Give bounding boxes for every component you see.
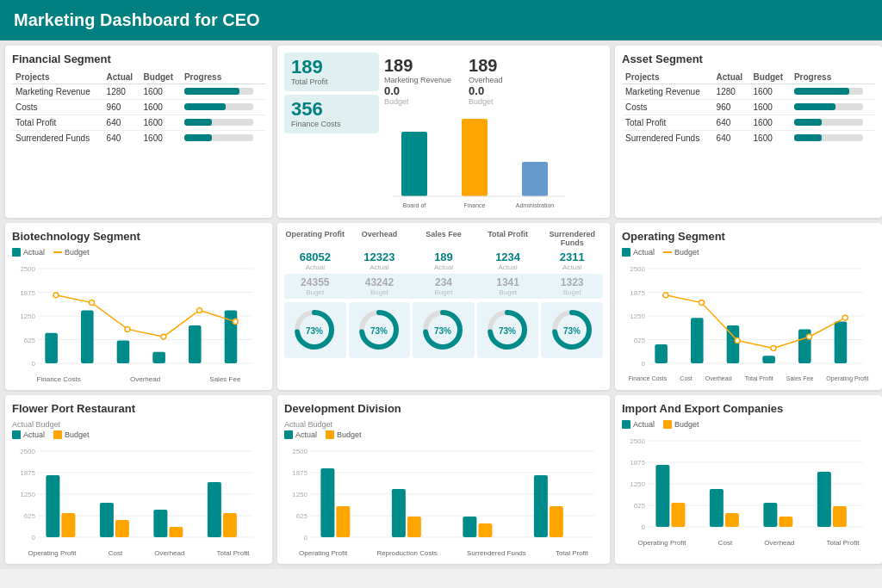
svg-rect-79 (100, 503, 114, 537)
svg-rect-59 (762, 356, 775, 363)
svg-point-67 (842, 315, 848, 320)
kpi-center-card: Operating Profit Overhead Sales Fee Tota… (277, 223, 610, 390)
svg-text:73%: 73% (563, 326, 581, 336)
revenue-budget-label: Budget (384, 97, 451, 106)
progress-bar-bg (794, 103, 863, 110)
budget-value: 1600 (140, 115, 181, 131)
overhead-stat: 189 Overhead 0.0 Budget (469, 56, 503, 106)
kpi-budget-0: 24355 Buget (284, 276, 346, 296)
svg-rect-19 (45, 333, 58, 363)
svg-text:Administration: Administration (516, 202, 554, 208)
financial-segment-title: Financial Segment (12, 53, 265, 65)
asset-col-projects: Projects (622, 71, 713, 84)
svg-text:625: 625 (634, 502, 646, 510)
svg-point-65 (771, 345, 776, 350)
svg-rect-82 (61, 513, 75, 537)
actual-value: 640 (713, 131, 750, 146)
svg-point-25 (53, 293, 59, 298)
svg-rect-81 (208, 482, 221, 537)
import-export-title: Import And Export Companies (622, 402, 875, 415)
bio-legend-budget: Budget (53, 248, 90, 257)
fp-budget-dot (53, 430, 62, 439)
table-row: Marketing Revenue 1280 1600 (622, 84, 875, 100)
progress-cell (181, 115, 265, 131)
import-export-chart-svg: 0625125018752500 (622, 432, 872, 535)
svg-text:0: 0 (32, 534, 36, 542)
svg-rect-98 (463, 517, 476, 537)
table-row: Total Profit 640 1600 (12, 115, 265, 131)
svg-text:1875: 1875 (630, 289, 645, 297)
fp-actual-dot (12, 430, 21, 439)
op-actual-dot (622, 248, 630, 257)
svg-text:2500: 2500 (630, 265, 645, 273)
donut-1: 73% (349, 302, 411, 358)
dev-x-labels: Operating Profit Reproduction Costs Surr… (284, 549, 603, 557)
svg-text:0: 0 (642, 360, 646, 368)
financial-segment-table: Projects Actual Budget Progress Marketin… (12, 71, 265, 145)
svg-rect-23 (189, 325, 202, 363)
budget-value: 1600 (750, 84, 791, 100)
kpi-budget-row: 24355 Buget 43242 Buget 234 Buget 1341 B… (284, 274, 603, 299)
budget-value: 1600 (750, 100, 791, 115)
svg-rect-56 (655, 344, 668, 363)
flower-port-title: Flower Port Restaurant (12, 402, 265, 415)
svg-point-64 (735, 338, 740, 344)
progress-bar-fill (184, 119, 212, 126)
dev-subtitle: Actual Budget (284, 420, 603, 429)
svg-rect-84 (169, 527, 183, 537)
donut-3: 73% (477, 302, 539, 358)
donut-svg-4: 73% (549, 306, 596, 354)
col-budget: Budget (140, 71, 181, 84)
op-x-labels: Finance Costs Cost Overhead Total Profit… (622, 375, 875, 381)
donut-2: 73% (413, 302, 475, 358)
col-actual: Actual (103, 71, 140, 84)
biotechnology-title: Biotechnology Segment (12, 230, 265, 243)
flower-port-subtitle: Actual Budget (12, 420, 265, 429)
dev-legend-actual: Actual (284, 430, 317, 439)
svg-rect-57 (691, 318, 704, 363)
svg-rect-96 (320, 468, 334, 537)
svg-rect-99 (534, 475, 548, 537)
kpi-actual-row: 68052 Actual 12323 Actual 189 Actual 123… (284, 251, 603, 271)
ie-legend-actual: Actual (622, 420, 655, 429)
project-name: Costs (12, 100, 103, 115)
fp-legend-budget: Budget (53, 430, 90, 439)
svg-text:0: 0 (642, 523, 646, 531)
svg-text:1250: 1250 (20, 491, 35, 498)
center-bar-svg: Board of Directories Finance Department … (384, 115, 574, 209)
svg-text:1250: 1250 (20, 313, 35, 320)
bio-budget-line (53, 251, 62, 253)
bio-legend: Actual Budget (12, 248, 265, 257)
svg-text:Directories: Directories (400, 208, 429, 209)
operating-segment-card: Operating Segment Actual Budget 06251250… (615, 223, 882, 390)
overhead-label: Overhead (469, 76, 503, 84)
svg-rect-120 (779, 517, 792, 527)
svg-rect-119 (725, 513, 739, 527)
progress-bar-bg (184, 119, 253, 126)
budget-value: 1600 (140, 84, 181, 100)
svg-rect-100 (336, 506, 350, 537)
project-name: Marketing Revenue (622, 84, 713, 100)
svg-text:0: 0 (304, 534, 308, 542)
overhead-sub: 0.0 (469, 84, 503, 97)
ie-legend: Actual Budget (622, 420, 875, 429)
svg-point-29 (197, 307, 202, 313)
revenue-stat: 189 Marketing Revenue 0.0 Budget (384, 56, 451, 106)
project-name: Total Profit (622, 115, 713, 131)
dev-legend-budget: Budget (326, 430, 362, 439)
center-top-card: 189 Total Profit 356 Finance Costs 189 M… (277, 46, 610, 218)
svg-text:625: 625 (634, 337, 646, 344)
svg-text:1250: 1250 (630, 313, 645, 320)
svg-text:1250: 1250 (630, 480, 645, 488)
progress-bar-bg (184, 103, 253, 110)
svg-text:625: 625 (296, 512, 308, 520)
svg-text:73%: 73% (370, 326, 388, 336)
total-profit-value: 189 (291, 58, 372, 77)
kpi-header-4: Surrendered Funds (541, 230, 603, 247)
progress-bar-bg (794, 119, 863, 126)
progress-bar-fill (794, 88, 849, 95)
dev-legend: Actual Budget (284, 430, 603, 439)
svg-text:2500: 2500 (292, 448, 307, 455)
kpi-header-2: Sales Fee (413, 230, 475, 247)
svg-text:Board of: Board of (403, 202, 426, 208)
